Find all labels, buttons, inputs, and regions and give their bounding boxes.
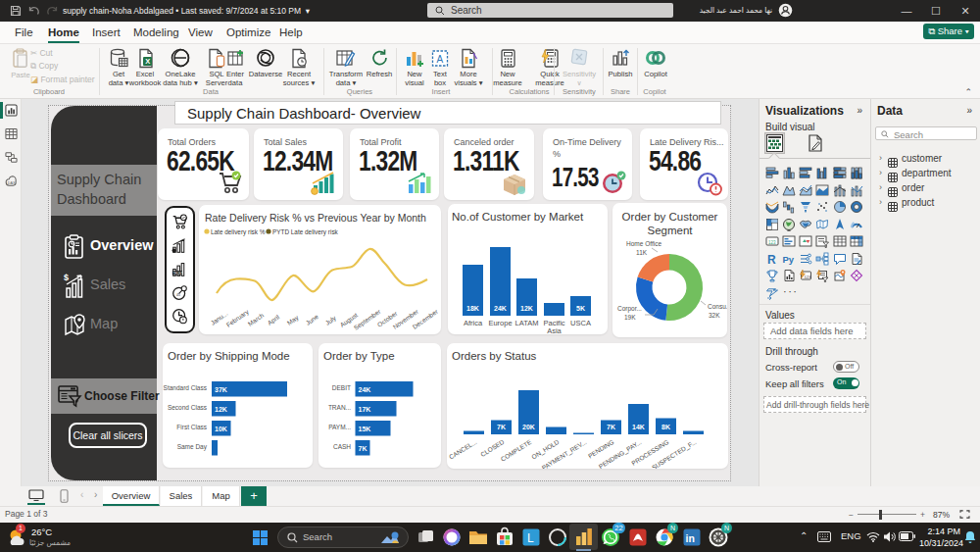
svg-text:LATAM: LATAM [515, 319, 539, 327]
svg-text:TRUST: TRUST [173, 272, 183, 276]
svg-text:DEBIT: DEBIT [332, 384, 351, 391]
svg-text:Home Office: Home Office [626, 240, 662, 247]
svg-text:Standard Class: Standard Class [164, 384, 208, 391]
svg-text:USCA: USCA [570, 319, 591, 327]
svg-text:CASH: CASH [333, 443, 351, 450]
svg-text:123: 123 [805, 275, 811, 279]
svg-text:Africa: Africa [464, 319, 483, 327]
svg-text:September: September [353, 307, 383, 331]
svg-text:in: in [686, 532, 695, 544]
svg-text:Late delivery risk %: Late delivery risk % [211, 228, 266, 236]
svg-text:A: A [437, 54, 444, 65]
svg-text:X: X [145, 57, 150, 66]
svg-text:11K: 11K [636, 249, 648, 256]
svg-text:24K: 24K [359, 386, 371, 393]
svg-text:24K: 24K [494, 305, 507, 312]
svg-text:15K: 15K [359, 426, 371, 432]
svg-text:7K: 7K [607, 424, 615, 430]
svg-text:PYTD Late delivery risk: PYTD Late delivery risk [272, 228, 339, 236]
svg-text:19K: 19K [624, 314, 636, 321]
svg-text:14K: 14K [632, 424, 645, 430]
svg-text:Py: Py [782, 254, 794, 265]
svg-text:February: February [225, 308, 252, 329]
svg-text:17K: 17K [359, 406, 371, 413]
svg-text:July: July [324, 314, 339, 327]
svg-text:Same Day: Same Day [177, 443, 208, 451]
svg-text:COMPLETE: COMPLETE [499, 438, 533, 463]
svg-text:18K: 18K [466, 305, 479, 312]
svg-text:PAYM...: PAYM... [328, 424, 351, 430]
svg-text:April: April [267, 313, 282, 326]
svg-text:May: May [286, 314, 301, 327]
svg-text:20K: 20K [522, 424, 535, 430]
svg-text:CANCEL...: CANCEL... [448, 438, 478, 461]
svg-text:Consu...: Consu... [708, 303, 727, 310]
svg-text:32K: 32K [709, 312, 720, 319]
svg-text:Asia: Asia [547, 326, 562, 334]
svg-text:R: R [767, 252, 776, 266]
svg-text:7K: 7K [497, 424, 506, 430]
svg-text:12K: 12K [520, 305, 533, 312]
svg-text:$: $ [64, 273, 69, 282]
svg-text:8K: 8K [662, 424, 670, 430]
svg-text:10K: 10K [215, 426, 227, 432]
svg-text:L: L [527, 531, 534, 545]
svg-text:37K: 37K [215, 386, 227, 393]
svg-text:12K: 12K [215, 406, 227, 413]
svg-text:June: June [305, 313, 320, 326]
svg-text:First Class: First Class [176, 424, 207, 430]
svg-text:Corpor...: Corpor... [617, 305, 642, 313]
svg-text:45: 45 [176, 293, 180, 297]
svg-text:7K: 7K [359, 445, 368, 452]
svg-text:TRAN...: TRAN... [328, 404, 351, 411]
svg-text:DAX: DAX [8, 181, 16, 185]
svg-text:123: 123 [768, 240, 776, 245]
svg-text:5K: 5K [576, 305, 585, 312]
svg-text:Europe: Europe [488, 319, 512, 327]
svg-text:Second Class: Second Class [168, 404, 208, 411]
